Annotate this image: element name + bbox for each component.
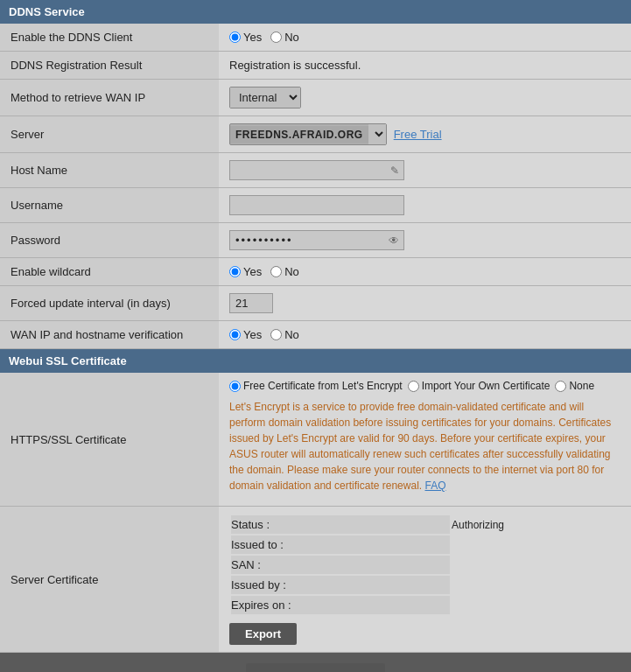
host-name-input-wrapper: ✎ bbox=[229, 160, 404, 180]
server-cert-table: Status : Authorizing Issued to : bbox=[229, 514, 620, 616]
server-cert-label: Server Certificate bbox=[0, 507, 219, 653]
registration-result-value: Registration is successful. bbox=[229, 59, 361, 72]
password-label: Password bbox=[0, 223, 219, 258]
wan-hostname-yes-label[interactable]: Yes bbox=[229, 328, 262, 341]
ddns-section-title: DDNS Service bbox=[9, 5, 85, 18]
san-value bbox=[452, 556, 619, 574]
server-name-value: FREEDNS.AFRAID.ORG bbox=[230, 126, 368, 144]
wildcard-yes-label[interactable]: Yes bbox=[229, 265, 262, 278]
password-toggle-icon[interactable]: 👁 bbox=[389, 234, 399, 247]
wan-hostname-label: WAN IP and hostname verification bbox=[0, 321, 219, 349]
cert-options: Free Certificate from Let's Encrypt Impo… bbox=[229, 380, 620, 392]
host-name-icon: ✎ bbox=[390, 164, 399, 177]
enable-ddns-radio-group: Yes No bbox=[229, 31, 620, 44]
https-ssl-cert-label: HTTPS/SSL Certificate bbox=[0, 373, 219, 507]
issued-by-value bbox=[452, 576, 619, 594]
issued-to-value bbox=[452, 536, 619, 554]
cert-import-radio[interactable] bbox=[408, 381, 419, 392]
expires-on-value bbox=[452, 596, 619, 614]
password-input-wrapper: 👁 bbox=[229, 230, 404, 250]
webui-section-title: Webui SSL Certificate bbox=[9, 354, 127, 368]
host-name-label: Host Name bbox=[0, 153, 219, 188]
cert-free-radio[interactable] bbox=[229, 381, 241, 392]
issued-by-label: Issued by : bbox=[231, 576, 450, 594]
wan-hostname-yes-radio[interactable] bbox=[229, 329, 241, 340]
webui-section-header: Webui SSL Certificate bbox=[0, 349, 631, 373]
cert-none-radio[interactable] bbox=[555, 381, 566, 392]
server-select[interactable] bbox=[368, 124, 386, 144]
enable-ddns-yes-radio[interactable] bbox=[229, 32, 241, 43]
issued-to-label: Issued to : bbox=[231, 536, 450, 554]
enable-wildcard-radio-group: Yes No bbox=[229, 265, 620, 278]
wan-hostname-no-label[interactable]: No bbox=[270, 328, 299, 341]
apply-button[interactable]: Apply bbox=[246, 663, 385, 672]
method-wan-ip-select[interactable]: Internal External bbox=[230, 88, 300, 108]
export-button[interactable]: Export bbox=[229, 623, 297, 645]
free-trial-link[interactable]: Free Trial bbox=[394, 128, 442, 141]
cert-none-label[interactable]: None bbox=[555, 380, 594, 392]
san-label: SAN : bbox=[231, 556, 450, 574]
apply-row: Apply bbox=[0, 653, 631, 672]
wan-hostname-no-radio[interactable] bbox=[270, 329, 282, 340]
server-select-wrapper: FREEDNS.AFRAID.ORG bbox=[229, 123, 387, 145]
enable-wildcard-label: Enable wildcard bbox=[0, 258, 219, 286]
ddns-section-header: DDNS Service bbox=[0, 0, 631, 24]
enable-ddns-yes-label[interactable]: Yes bbox=[229, 31, 262, 44]
username-input[interactable] bbox=[229, 195, 404, 215]
username-label: Username bbox=[0, 188, 219, 223]
forced-update-input[interactable] bbox=[229, 293, 273, 313]
registration-result-label: DDNS Registration Result bbox=[0, 52, 219, 80]
wildcard-no-label[interactable]: No bbox=[270, 265, 299, 278]
wildcard-yes-radio[interactable] bbox=[229, 266, 241, 277]
host-name-input[interactable] bbox=[229, 160, 404, 180]
status-label: Status : bbox=[231, 515, 450, 534]
enable-ddns-no-label[interactable]: No bbox=[270, 31, 299, 44]
method-wan-ip-label: Method to retrieve WAN IP bbox=[0, 80, 219, 116]
expires-on-label: Expires on : bbox=[231, 596, 450, 614]
password-input[interactable] bbox=[229, 230, 404, 250]
server-label: Server bbox=[0, 116, 219, 153]
faq-link[interactable]: FAQ bbox=[424, 480, 445, 492]
cert-description: Let's Encrypt is a service to provide fr… bbox=[229, 399, 620, 494]
cert-free-label[interactable]: Free Certificate from Let's Encrypt bbox=[229, 380, 403, 392]
method-wan-ip-select-wrapper: Internal External bbox=[229, 87, 301, 108]
status-value: Authorizing bbox=[452, 515, 619, 534]
wildcard-no-radio[interactable] bbox=[270, 266, 282, 277]
wan-hostname-radio-group: Yes No bbox=[229, 328, 620, 341]
server-row: FREEDNS.AFRAID.ORG Free Trial bbox=[229, 123, 620, 145]
forced-update-label: Forced update interval (in days) bbox=[0, 286, 219, 321]
enable-ddns-no-radio[interactable] bbox=[270, 32, 282, 43]
cert-import-label[interactable]: Import Your Own Certificate bbox=[408, 380, 550, 392]
enable-ddns-label: Enable the DDNS Client bbox=[0, 24, 219, 52]
